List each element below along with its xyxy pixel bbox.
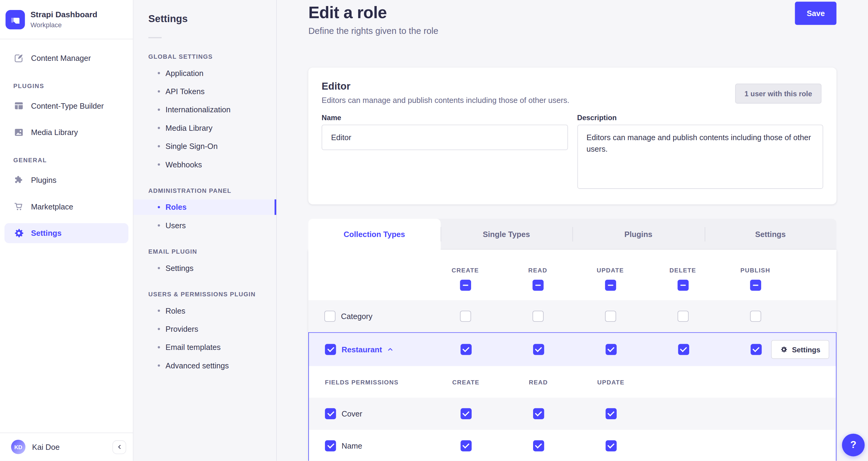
cover-row-checkbox[interactable] xyxy=(325,408,336,419)
restaurant-create-checkbox[interactable] xyxy=(460,344,471,355)
subnav-item-media-library[interactable]: Media Library xyxy=(133,120,276,136)
tab-plugins[interactable]: Plugins xyxy=(572,219,704,250)
puzzle-icon xyxy=(13,174,25,185)
description-field-group: Description Editors can manage and publi… xyxy=(577,114,823,191)
users-with-role-button[interactable]: 1 user with this role xyxy=(735,84,822,104)
sidebar-section-plugins: PLUGINS xyxy=(13,83,133,89)
select-all-update-checkbox[interactable] xyxy=(605,280,616,291)
subnav-item-users[interactable]: Users xyxy=(133,218,276,233)
sidebar-footer: KD Kai Doe xyxy=(0,433,133,461)
category-update-checkbox[interactable] xyxy=(605,311,616,322)
select-all-read-checkbox[interactable] xyxy=(532,280,544,291)
name-field-label: Name xyxy=(321,114,567,122)
select-all-publish-checkbox[interactable] xyxy=(750,280,761,291)
layout-icon xyxy=(13,100,25,111)
subnav-item-advanced-settings[interactable]: Advanced settings xyxy=(133,358,276,373)
tab-settings[interactable]: Settings xyxy=(704,219,836,250)
tab-collection-types[interactable]: Collection Types xyxy=(308,219,440,250)
row-label: Name xyxy=(342,441,362,450)
sidebar-item-settings[interactable]: Settings xyxy=(4,223,129,243)
restaurant-expand-toggle[interactable]: Restaurant xyxy=(342,345,394,354)
subnav-list: Roles Providers Email templates Advanced… xyxy=(133,303,276,373)
restaurant-delete-checkbox[interactable] xyxy=(678,344,689,355)
permissions-header-row: CREATE READ UPDATE DELETE PUBLISH xyxy=(308,250,837,300)
name-create-checkbox[interactable] xyxy=(460,440,471,452)
restaurant-read-checkbox[interactable] xyxy=(533,344,544,355)
category-read-checkbox[interactable] xyxy=(532,311,544,322)
name-input[interactable] xyxy=(321,125,567,150)
category-row-checkbox[interactable] xyxy=(324,311,336,322)
picture-icon xyxy=(13,127,25,138)
sidebar-item-plugins[interactable]: Plugins xyxy=(0,170,133,190)
cover-read-checkbox[interactable] xyxy=(533,408,544,419)
workspace-header[interactable]: Strapi Dashboard Workplace xyxy=(0,0,133,39)
category-delete-checkbox[interactable] xyxy=(677,311,689,322)
subnav-item-up-roles[interactable]: Roles xyxy=(133,303,276,318)
subnav-item-single-sign-on[interactable]: Single Sign-On xyxy=(133,138,276,154)
subnav-title: Settings xyxy=(148,13,276,25)
subnav-item-internationalization[interactable]: Internationalization xyxy=(133,102,276,117)
main-sidebar: Strapi Dashboard Workplace Content Manag… xyxy=(0,0,133,461)
tab-single-types[interactable]: Single Types xyxy=(440,219,572,250)
sidebar-item-marketplace[interactable]: Marketplace xyxy=(0,197,133,217)
category-create-checkbox[interactable] xyxy=(460,311,471,322)
description-field-label: Description xyxy=(577,114,823,122)
restaurant-row-checkbox[interactable] xyxy=(325,344,336,355)
save-button[interactable]: Save xyxy=(795,1,837,25)
cover-create-checkbox[interactable] xyxy=(460,408,471,419)
subnav-divider xyxy=(148,37,161,38)
cover-update-checkbox[interactable] xyxy=(606,408,617,419)
sidebar-nav: Content Manager PLUGINS Content-Type Bui… xyxy=(0,39,133,433)
sidebar-section-general: GENERAL xyxy=(13,157,133,164)
subnav-item-application[interactable]: Application xyxy=(133,65,276,81)
sidebar-item-content-manager[interactable]: Content Manager xyxy=(0,48,133,68)
name-update-checkbox[interactable] xyxy=(606,440,617,452)
description-textarea[interactable]: Editors can manage and publish contents … xyxy=(577,125,823,189)
subnav-list: Application API Tokens Internationalizat… xyxy=(133,65,276,172)
avatar: KD xyxy=(11,440,26,454)
select-all-create-checkbox[interactable] xyxy=(460,280,471,291)
subnav-item-webhooks[interactable]: Webhooks xyxy=(133,157,276,172)
restaurant-update-checkbox[interactable] xyxy=(606,344,617,355)
sidebar-item-label: Settings xyxy=(31,229,61,238)
fields-column-update: UPDATE xyxy=(597,379,624,385)
role-form: Name Description Editors can manage and … xyxy=(321,114,823,191)
subnav-item-email-settings[interactable]: Settings xyxy=(133,260,276,276)
page-subtitle: Define the rights given to the role xyxy=(308,26,837,36)
subnav-list: Roles Users xyxy=(133,199,276,233)
name-row-checkbox[interactable] xyxy=(325,440,336,452)
table-row-name: Name xyxy=(309,430,836,461)
user-name: Kai Doe xyxy=(32,442,60,451)
workspace-titles: Strapi Dashboard Workplace xyxy=(31,10,97,29)
sidebar-item-media-library[interactable]: Media Library xyxy=(0,122,133,142)
category-publish-checkbox[interactable] xyxy=(750,311,761,322)
restaurant-publish-checkbox[interactable] xyxy=(750,344,762,355)
app-window: Strapi Dashboard Workplace Content Manag… xyxy=(0,0,868,461)
restaurant-settings-button[interactable]: Settings xyxy=(771,340,829,359)
row-label: Cover xyxy=(342,409,362,418)
name-read-checkbox[interactable] xyxy=(533,440,544,452)
table-row-category: Category xyxy=(308,300,837,333)
fields-column-read: READ xyxy=(529,379,548,385)
restaurant-expanded-group: Restaurant xyxy=(308,333,837,461)
table-row-cover: Cover xyxy=(309,398,836,430)
sidebar-collapse-button[interactable] xyxy=(112,440,126,454)
subnav-item-email-templates[interactable]: Email templates xyxy=(133,340,276,355)
subnav-list: Settings xyxy=(133,260,276,276)
select-all-delete-checkbox[interactable] xyxy=(677,280,689,291)
column-update: UPDATE xyxy=(574,267,647,291)
subnav-section-administration-panel: ADMINISTRATION PANEL xyxy=(148,187,261,194)
sidebar-item-label: Plugins xyxy=(31,176,56,184)
workspace-name: Workplace xyxy=(31,21,97,29)
chevron-up-icon xyxy=(386,346,394,353)
role-details-card: Editor Editors can manage and publish co… xyxy=(308,67,837,204)
sidebar-item-content-type-builder[interactable]: Content-Type Builder xyxy=(0,96,133,116)
chevron-left-icon xyxy=(116,444,123,451)
row-label[interactable]: Category xyxy=(341,312,372,321)
subnav-item-api-tokens[interactable]: API Tokens xyxy=(133,84,276,99)
cart-icon xyxy=(13,201,25,212)
help-button[interactable]: ? xyxy=(842,434,865,457)
subnav-item-roles[interactable]: Roles xyxy=(133,199,276,215)
table-row-restaurant: Restaurant xyxy=(309,333,836,366)
subnav-item-providers[interactable]: Providers xyxy=(133,321,276,337)
